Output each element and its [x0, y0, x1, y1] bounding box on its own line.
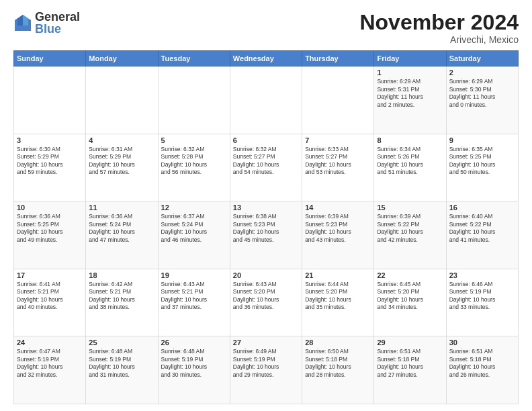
week-row-2: 3Sunrise: 6:30 AM Sunset: 5:29 PM Daylig… — [14, 134, 519, 201]
calendar-cell: 22Sunrise: 6:45 AM Sunset: 5:20 PM Dayli… — [374, 269, 446, 336]
title-block: November 2024 Arivechi, Mexico — [359, 11, 519, 45]
day-number: 27 — [233, 338, 299, 347]
calendar-cell: 24Sunrise: 6:47 AM Sunset: 5:19 PM Dayli… — [14, 336, 86, 404]
day-number: 25 — [89, 338, 154, 347]
day-info: Sunrise: 6:32 AM Sunset: 5:27 PM Dayligh… — [233, 146, 299, 177]
week-row-4: 17Sunrise: 6:41 AM Sunset: 5:21 PM Dayli… — [14, 269, 519, 336]
day-info: Sunrise: 6:38 AM Sunset: 5:23 PM Dayligh… — [233, 213, 299, 244]
day-number: 12 — [161, 203, 227, 212]
col-thursday: Thursday — [302, 51, 374, 66]
day-info: Sunrise: 6:51 AM Sunset: 5:18 PM Dayligh… — [377, 348, 443, 379]
calendar-cell: 2Sunrise: 6:29 AM Sunset: 5:30 PM Daylig… — [446, 66, 518, 134]
day-info: Sunrise: 6:37 AM Sunset: 5:24 PM Dayligh… — [161, 213, 227, 244]
day-info: Sunrise: 6:35 AM Sunset: 5:25 PM Dayligh… — [449, 146, 515, 177]
day-info: Sunrise: 6:32 AM Sunset: 5:28 PM Dayligh… — [161, 146, 227, 177]
calendar-cell: 6Sunrise: 6:32 AM Sunset: 5:27 PM Daylig… — [230, 134, 302, 201]
calendar-cell: 13Sunrise: 6:38 AM Sunset: 5:23 PM Dayli… — [230, 201, 302, 269]
day-number: 8 — [377, 136, 443, 144]
day-number: 20 — [233, 271, 299, 279]
calendar-cell: 19Sunrise: 6:43 AM Sunset: 5:21 PM Dayli… — [158, 269, 230, 336]
calendar-cell: 29Sunrise: 6:51 AM Sunset: 5:18 PM Dayli… — [374, 336, 446, 404]
day-info: Sunrise: 6:46 AM Sunset: 5:19 PM Dayligh… — [449, 281, 515, 312]
calendar-cell: 12Sunrise: 6:37 AM Sunset: 5:24 PM Dayli… — [158, 201, 230, 269]
day-number: 29 — [377, 338, 443, 347]
calendar-cell — [302, 66, 374, 134]
header-row: Sunday Monday Tuesday Wednesday Thursday… — [14, 51, 519, 66]
day-info: Sunrise: 6:43 AM Sunset: 5:20 PM Dayligh… — [233, 281, 299, 312]
calendar-cell — [230, 66, 302, 134]
calendar-cell: 17Sunrise: 6:41 AM Sunset: 5:21 PM Dayli… — [14, 269, 86, 336]
day-info: Sunrise: 6:51 AM Sunset: 5:18 PM Dayligh… — [449, 348, 515, 379]
day-number: 30 — [449, 338, 515, 347]
day-info: Sunrise: 6:39 AM Sunset: 5:22 PM Dayligh… — [377, 213, 443, 244]
week-row-5: 24Sunrise: 6:47 AM Sunset: 5:19 PM Dayli… — [14, 336, 519, 404]
calendar-cell: 5Sunrise: 6:32 AM Sunset: 5:28 PM Daylig… — [158, 134, 230, 201]
calendar-cell: 21Sunrise: 6:44 AM Sunset: 5:20 PM Dayli… — [302, 269, 374, 336]
calendar-cell: 27Sunrise: 6:49 AM Sunset: 5:19 PM Dayli… — [230, 336, 302, 404]
day-info: Sunrise: 6:33 AM Sunset: 5:27 PM Dayligh… — [305, 146, 371, 177]
logo-text: General Blue — [35, 11, 80, 35]
day-number: 18 — [89, 271, 154, 279]
calendar-cell: 4Sunrise: 6:31 AM Sunset: 5:29 PM Daylig… — [86, 134, 158, 201]
calendar-cell: 28Sunrise: 6:50 AM Sunset: 5:18 PM Dayli… — [302, 336, 374, 404]
col-monday: Monday — [86, 51, 158, 66]
day-info: Sunrise: 6:36 AM Sunset: 5:25 PM Dayligh… — [17, 213, 83, 244]
logo-icon — [13, 13, 32, 32]
page: General Blue November 2024 Arivechi, Mex… — [0, 0, 532, 411]
day-number: 17 — [17, 271, 83, 279]
day-number: 28 — [305, 338, 371, 347]
col-friday: Friday — [374, 51, 446, 66]
col-sunday: Sunday — [14, 51, 86, 66]
week-row-3: 10Sunrise: 6:36 AM Sunset: 5:25 PM Dayli… — [14, 201, 519, 269]
day-number: 19 — [161, 271, 227, 279]
location: Arivechi, Mexico — [359, 34, 519, 45]
day-number: 3 — [17, 136, 83, 144]
day-number: 24 — [17, 338, 83, 347]
day-info: Sunrise: 6:43 AM Sunset: 5:21 PM Dayligh… — [161, 281, 227, 312]
logo: General Blue — [13, 11, 80, 35]
day-info: Sunrise: 6:44 AM Sunset: 5:20 PM Dayligh… — [305, 281, 371, 312]
col-saturday: Saturday — [446, 51, 518, 66]
week-row-1: 1Sunrise: 6:29 AM Sunset: 5:31 PM Daylig… — [14, 66, 519, 134]
day-number: 5 — [161, 136, 227, 144]
day-info: Sunrise: 6:41 AM Sunset: 5:21 PM Dayligh… — [17, 281, 83, 312]
day-info: Sunrise: 6:42 AM Sunset: 5:21 PM Dayligh… — [89, 281, 154, 312]
logo-general: General — [35, 11, 80, 23]
day-number: 11 — [89, 203, 154, 212]
calendar-cell: 3Sunrise: 6:30 AM Sunset: 5:29 PM Daylig… — [14, 134, 86, 201]
day-info: Sunrise: 6:39 AM Sunset: 5:23 PM Dayligh… — [305, 213, 371, 244]
col-tuesday: Tuesday — [158, 51, 230, 66]
day-number: 23 — [449, 271, 515, 279]
calendar-cell: 30Sunrise: 6:51 AM Sunset: 5:18 PM Dayli… — [446, 336, 518, 404]
calendar-cell: 25Sunrise: 6:48 AM Sunset: 5:19 PM Dayli… — [86, 336, 158, 404]
calendar-cell: 11Sunrise: 6:36 AM Sunset: 5:24 PM Dayli… — [86, 201, 158, 269]
calendar-cell: 14Sunrise: 6:39 AM Sunset: 5:23 PM Dayli… — [302, 201, 374, 269]
day-number: 22 — [377, 271, 443, 279]
day-number: 2 — [449, 68, 515, 77]
day-number: 10 — [17, 203, 83, 212]
day-info: Sunrise: 6:40 AM Sunset: 5:22 PM Dayligh… — [449, 213, 515, 244]
calendar-cell: 8Sunrise: 6:34 AM Sunset: 5:26 PM Daylig… — [374, 134, 446, 201]
calendar-table: Sunday Monday Tuesday Wednesday Thursday… — [13, 50, 519, 404]
day-number: 6 — [233, 136, 299, 144]
calendar-cell: 10Sunrise: 6:36 AM Sunset: 5:25 PM Dayli… — [14, 201, 86, 269]
day-info: Sunrise: 6:50 AM Sunset: 5:18 PM Dayligh… — [305, 348, 371, 379]
calendar-cell: 23Sunrise: 6:46 AM Sunset: 5:19 PM Dayli… — [446, 269, 518, 336]
calendar-cell — [86, 66, 158, 134]
calendar-cell: 7Sunrise: 6:33 AM Sunset: 5:27 PM Daylig… — [302, 134, 374, 201]
svg-marker-2 — [17, 15, 23, 26]
col-wednesday: Wednesday — [230, 51, 302, 66]
day-number: 26 — [161, 338, 227, 347]
day-number: 16 — [449, 203, 515, 212]
calendar-cell: 16Sunrise: 6:40 AM Sunset: 5:22 PM Dayli… — [446, 201, 518, 269]
calendar-cell: 26Sunrise: 6:48 AM Sunset: 5:19 PM Dayli… — [158, 336, 230, 404]
day-info: Sunrise: 6:45 AM Sunset: 5:20 PM Dayligh… — [377, 281, 443, 312]
header: General Blue November 2024 Arivechi, Mex… — [13, 11, 519, 45]
svg-marker-1 — [23, 15, 28, 26]
day-info: Sunrise: 6:48 AM Sunset: 5:19 PM Dayligh… — [89, 348, 154, 379]
month-title: November 2024 — [359, 11, 519, 34]
calendar-cell: 9Sunrise: 6:35 AM Sunset: 5:25 PM Daylig… — [446, 134, 518, 201]
day-info: Sunrise: 6:34 AM Sunset: 5:26 PM Dayligh… — [377, 146, 443, 177]
day-number: 14 — [305, 203, 371, 212]
day-number: 9 — [449, 136, 515, 144]
